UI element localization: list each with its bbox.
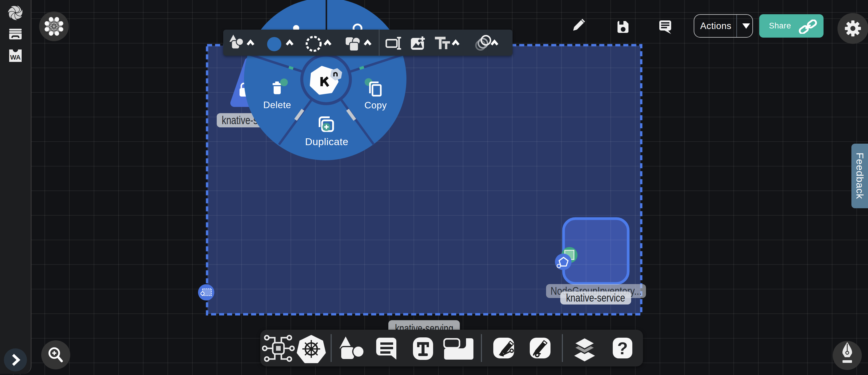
svg-text:Duplicate: Duplicate xyxy=(305,136,348,147)
svg-text:Copy: Copy xyxy=(364,100,387,110)
svg-text:Delete: Delete xyxy=(263,100,291,110)
svg-text:?: ? xyxy=(617,339,627,358)
svg-text:WA: WA xyxy=(10,54,21,61)
